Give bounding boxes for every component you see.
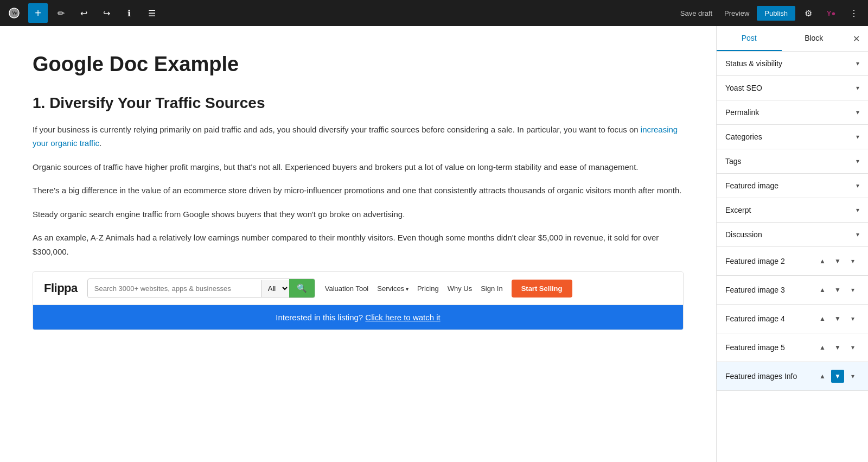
tab-block[interactable]: Block [782, 26, 847, 51]
sidebar-header: Post Block ✕ [717, 26, 868, 52]
sidebar-section-categories-header[interactable]: Categories ▾ [717, 125, 868, 149]
list-icon: ☰ [148, 8, 156, 18]
sidebar-section-featured-image-3-label: Featured image 3 [725, 286, 785, 294]
chevron-down-icon-6: ▾ [856, 182, 859, 189]
featured-image-2-controls: ▲ ▼ ▾ [816, 255, 859, 268]
info-icon: ℹ [127, 8, 131, 18]
gear-icon: ⚙ [805, 8, 812, 18]
featured-image-4-down-button[interactable]: ▼ [831, 312, 844, 325]
sidebar-section-discussion: Discussion ▾ [717, 223, 868, 247]
chevron-down-icon-8: ▾ [856, 231, 859, 238]
featured-image-5-up-button[interactable]: ▲ [816, 341, 829, 354]
sidebar-section-tags-label: Tags [725, 157, 742, 166]
paragraph-4: Steady organic search engine traffic fro… [33, 207, 684, 221]
paragraph-1: If your business is currently relying pr… [33, 123, 684, 150]
sidebar-section-featured-image-header[interactable]: Featured image ▾ [717, 174, 868, 198]
sidebar-section-excerpt-header[interactable]: Excerpt ▾ [717, 198, 868, 222]
sidebar-section-status-visibility: Status & visibility ▾ [717, 52, 868, 76]
sidebar-section-featured-image-4-header[interactable]: Featured image 4 ▲ ▼ ▾ [717, 305, 868, 333]
more-options-button[interactable]: ⋮ [844, 3, 864, 23]
flippa-nav-pricing[interactable]: Pricing [417, 284, 439, 293]
featured-image-4-chevron-button[interactable]: ▾ [846, 312, 859, 325]
flippa-banner: Interested in this listing? Click here t… [33, 305, 683, 330]
featured-images-info-chevron-button[interactable]: ▾ [846, 370, 859, 383]
featured-image-2-down-button[interactable]: ▼ [831, 255, 844, 268]
featured-image-5-chevron-button[interactable]: ▾ [846, 341, 859, 354]
layout: Google Doc Example 1. Diversify Your Tra… [0, 26, 868, 462]
sidebar-section-discussion-label: Discussion [725, 230, 762, 239]
editor-area: Google Doc Example 1. Diversify Your Tra… [0, 26, 716, 462]
sidebar-section-featured-images-info-header[interactable]: Featured images Info ▲ ▼ ▾ [717, 362, 868, 390]
chevron-down-icon: ▾ [856, 60, 859, 67]
sidebar-section-permalink-label: Permalink [725, 108, 759, 117]
sidebar-section-featured-image-2-header[interactable]: Featured image 2 ▲ ▼ ▾ [717, 247, 868, 275]
sidebar-section-discussion-header[interactable]: Discussion ▾ [717, 223, 868, 246]
details-button[interactable]: ℹ [119, 3, 139, 23]
undo-button[interactable]: ↩ [74, 3, 93, 23]
flippa-nav-valuation-tool[interactable]: Valuation Tool [325, 284, 368, 293]
publish-button[interactable]: Publish [757, 6, 795, 21]
featured-image-3-down-button[interactable]: ▼ [831, 283, 844, 296]
featured-image-4-controls: ▲ ▼ ▾ [816, 312, 859, 325]
yoast-button[interactable]: Y● [821, 3, 841, 23]
redo-button[interactable]: ↪ [97, 3, 116, 23]
featured-images-info-controls: ▲ ▼ ▾ [816, 370, 859, 383]
flippa-nav: Flippa All 🔍 Valuation Tool Services Pri… [33, 272, 683, 305]
sidebar-close-button[interactable]: ✕ [846, 29, 866, 48]
featured-images-info-down-button[interactable]: ▼ [831, 370, 844, 383]
flippa-search-select[interactable]: All [261, 280, 289, 297]
sidebar-section-yoast-seo: Yoast SEO ▾ [717, 76, 868, 100]
save-draft-button[interactable]: Save draft [676, 7, 717, 20]
preview-button[interactable]: Preview [720, 7, 754, 20]
sidebar-section-featured-image-label: Featured image [725, 181, 778, 190]
flippa-nav-why-us[interactable]: Why Us [448, 284, 473, 293]
more-icon: ⋮ [850, 8, 858, 18]
chevron-down-icon-2: ▾ [856, 84, 859, 92]
sidebar-section-excerpt: Excerpt ▾ [717, 198, 868, 223]
featured-image-3-chevron-button[interactable]: ▾ [846, 283, 859, 296]
sidebar-section-permalink: Permalink ▾ [717, 100, 868, 125]
paragraph-5: As an example, A-Z Animals had a relativ… [33, 231, 684, 258]
paragraph-1-text-before: If your business is currently relying pr… [33, 125, 641, 134]
chevron-down-icon-4: ▾ [856, 133, 859, 141]
sidebar-section-categories: Categories ▾ [717, 125, 868, 149]
post-title[interactable]: Google Doc Example [33, 52, 684, 77]
sidebar-section-yoast-seo-label: Yoast SEO [725, 84, 762, 92]
flippa-banner-link[interactable]: Click here to watch it [365, 313, 440, 322]
heading-1[interactable]: 1. Diversify Your Traffic Sources [33, 94, 684, 112]
featured-image-3-up-button[interactable]: ▲ [816, 283, 829, 296]
flippa-search-wrap: All 🔍 [87, 279, 315, 298]
featured-image-2-chevron-button[interactable]: ▾ [846, 255, 859, 268]
wp-logo-icon[interactable] [4, 3, 24, 23]
featured-image-5-down-button[interactable]: ▼ [831, 341, 844, 354]
flippa-nav-services[interactable]: Services [377, 284, 409, 293]
flippa-logo: Flippa [44, 281, 78, 295]
featured-image-4-up-button[interactable]: ▲ [816, 312, 829, 325]
sidebar-section-featured-image-5-header[interactable]: Featured image 5 ▲ ▼ ▾ [717, 333, 868, 362]
featured-image-5-controls: ▲ ▼ ▾ [816, 341, 859, 354]
sidebar-section-featured-image-3-header[interactable]: Featured image 3 ▲ ▼ ▾ [717, 276, 868, 304]
featured-image-3-controls: ▲ ▼ ▾ [816, 283, 859, 296]
flippa-search-input[interactable] [88, 281, 261, 296]
featured-images-info-up-button[interactable]: ▲ [816, 370, 829, 383]
sidebar-section-yoast-seo-header[interactable]: Yoast SEO ▾ [717, 76, 868, 100]
flippa-nav-sign-in[interactable]: Sign In [481, 284, 502, 293]
sidebar-section-tags: Tags ▾ [717, 149, 868, 174]
list-view-button[interactable]: ☰ [142, 3, 162, 23]
chevron-down-icon-3: ▾ [856, 109, 859, 116]
tab-post[interactable]: Post [717, 26, 782, 51]
featured-image-2-up-button[interactable]: ▲ [816, 255, 829, 268]
flippa-embed-block: Flippa All 🔍 Valuation Tool Services Pri… [33, 271, 684, 330]
sidebar-section-featured-image-2: Featured image 2 ▲ ▼ ▾ [717, 247, 868, 276]
sidebar-section-permalink-header[interactable]: Permalink ▾ [717, 100, 868, 124]
sidebar-section-featured-image-2-label: Featured image 2 [725, 257, 785, 265]
flippa-start-selling-button[interactable]: Start Selling [512, 280, 572, 298]
add-block-button[interactable]: + [28, 3, 48, 23]
sidebar-section-status-visibility-header[interactable]: Status & visibility ▾ [717, 52, 868, 75]
flippa-search-button[interactable]: 🔍 [289, 279, 315, 298]
sidebar-section-featured-image-4: Featured image 4 ▲ ▼ ▾ [717, 305, 868, 333]
settings-button[interactable]: ⚙ [799, 3, 818, 23]
paragraph-3: There's a big difference in the value of… [33, 183, 684, 198]
sidebar-section-tags-header[interactable]: Tags ▾ [717, 149, 868, 173]
tools-button[interactable]: ✏ [51, 3, 71, 23]
